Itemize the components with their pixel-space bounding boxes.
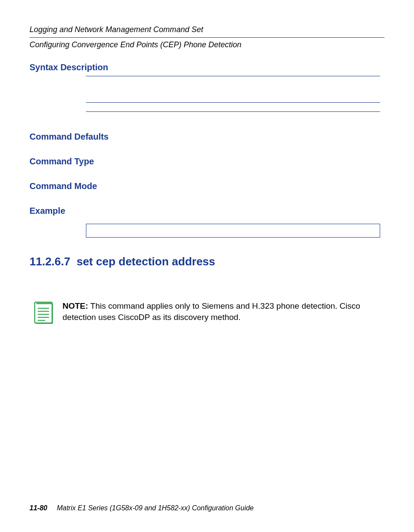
table-rule [86,111,380,112]
example-code-box [86,224,380,238]
heading-example: Example [30,206,384,216]
svg-rect-1 [35,302,52,323]
page-number: 11-80 [30,504,47,512]
subsection-name: set cep detection address [76,255,215,268]
heading-command-defaults: Command Defaults [30,132,384,142]
syntax-description-table [86,76,380,112]
heading-command-mode: Command Mode [30,181,384,191]
guide-title: Matrix E1 Series (1G58x-09 and 1H582-xx)… [57,504,254,512]
note-text: NOTE: This command applies only to Sieme… [62,300,384,323]
heading-syntax-description: Syntax Description [30,62,384,72]
heading-command-type: Command Type [30,157,384,166]
header-rule [30,37,384,38]
running-header-line1: Logging and Network Management Command S… [30,24,384,35]
table-row [86,103,380,111]
note-label: NOTE: [62,301,88,310]
subsection-number: 11.2.6.7 [30,255,70,268]
note-icon [34,301,54,325]
subsection-title: 11.2.6.7 set cep detection address [30,255,384,268]
table-row [86,76,380,102]
page-footer: 11-80Matrix E1 Series (1G58x-09 and 1H58… [30,504,253,512]
note-block: NOTE: This command applies only to Sieme… [34,300,384,325]
running-header-line2: Configuring Convergence End Points (CEP)… [30,39,384,50]
note-body: This command applies only to Siemens and… [62,301,360,322]
